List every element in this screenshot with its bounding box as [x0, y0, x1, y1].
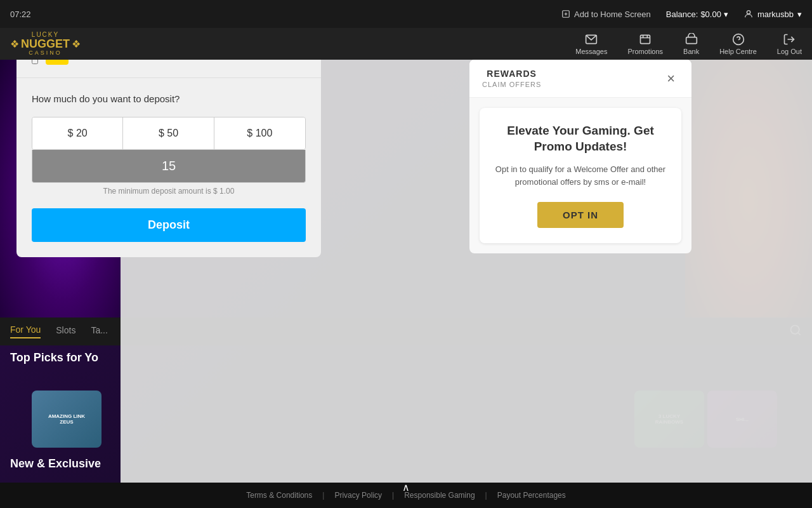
- amount-50-button[interactable]: $ 50: [123, 117, 214, 149]
- logo-casino: CASINO: [21, 50, 70, 57]
- svg-point-1: [747, 11, 750, 14]
- new-exclusive-title: New & Exclusive: [10, 457, 101, 471]
- tab-slots[interactable]: Slots: [56, 325, 75, 338]
- footer-payout[interactable]: Payout Percentages: [497, 491, 566, 500]
- nav-help-label: Help Centre: [719, 48, 757, 55]
- nav-messages[interactable]: Messages: [575, 33, 607, 55]
- nav-help[interactable]: Help Centre: [719, 33, 757, 55]
- balance-display: Balance: $0.00 ▾: [666, 10, 728, 19]
- topbar: 07:22 Add to Home Screen Balance: $0.00 …: [0, 0, 812, 28]
- rewards-tabs: REWARDS CLAIM OFFERS: [482, 69, 541, 88]
- deposit-modal: ‹ eT Interac ® How much do you want to d…: [16, 34, 321, 257]
- rewards-panel: REWARDS CLAIM OFFERS × Elevate Your Gami…: [469, 60, 691, 253]
- logo-lucky: LUCKY: [21, 31, 70, 38]
- footer-terms[interactable]: Terms & Conditions: [246, 491, 312, 500]
- nav-promotions-label: Promotions: [627, 48, 663, 55]
- promo-title: Elevate Your Gaming. Get Promo Updates!: [492, 123, 669, 154]
- username: markusbb: [757, 10, 794, 19]
- close-button[interactable]: ×: [663, 70, 679, 87]
- rewards-subtitle: CLAIM OFFERS: [482, 81, 541, 88]
- amount-input[interactable]: [48, 159, 290, 173]
- promo-card: Elevate Your Gaming. Get Promo Updates! …: [480, 108, 681, 243]
- svg-rect-4: [686, 37, 697, 43]
- balance-chevron: ▾: [724, 10, 728, 19]
- nav-logout[interactable]: Log Out: [777, 33, 802, 55]
- logo[interactable]: ❖ LUCKY NUGGET CASINO ❖: [10, 31, 81, 57]
- navbar: ❖ LUCKY NUGGET CASINO ❖ Messages Promoti…: [0, 28, 812, 60]
- nav-logout-label: Log Out: [777, 48, 802, 55]
- game-thumb-amazing-link[interactable]: AMAZING LINKZEUS: [32, 391, 102, 448]
- user-chevron: ▾: [797, 10, 802, 19]
- nav-bank[interactable]: Bank: [683, 33, 699, 55]
- deposit-question: How much do you want to deposit?: [32, 93, 306, 104]
- nav-bank-label: Bank: [683, 48, 699, 55]
- amount-input-wrapper: [32, 150, 306, 183]
- balance-value: $0.00: [700, 10, 721, 19]
- footer-responsible[interactable]: Responsible Gaming: [404, 491, 475, 500]
- scroll-up-button[interactable]: ∧: [402, 481, 410, 493]
- promo-description: Opt in to qualify for a Welcome Offer an…: [492, 163, 669, 188]
- svg-rect-3: [641, 35, 650, 43]
- add-home-button[interactable]: Add to Home Screen: [561, 10, 651, 19]
- min-deposit-note: The minimum deposit amount is $ 1.00: [32, 187, 306, 196]
- logo-nugget: NUGGET: [21, 38, 70, 51]
- footer-privacy[interactable]: Privacy Policy: [334, 491, 382, 500]
- rewards-title: REWARDS: [482, 69, 541, 79]
- amount-20-button[interactable]: $ 20: [32, 117, 123, 149]
- nav-messages-label: Messages: [575, 48, 607, 55]
- rewards-header: REWARDS CLAIM OFFERS ×: [469, 60, 691, 98]
- tab-for-you[interactable]: For You: [10, 324, 41, 338]
- add-home-label: Add to Home Screen: [574, 10, 651, 19]
- nav-icons: Messages Promotions Bank Help Centre Log…: [575, 33, 802, 55]
- nav-promotions[interactable]: Promotions: [627, 33, 663, 55]
- tab-other[interactable]: Ta...: [91, 325, 107, 338]
- time-display: 07:22: [10, 10, 31, 19]
- deposit-button[interactable]: Deposit: [32, 208, 306, 242]
- balance-label: Balance:: [666, 10, 698, 19]
- top-picks-title: Top Picks for Yo: [10, 351, 98, 364]
- modal-body: How much do you want to deposit? $ 20 $ …: [16, 78, 321, 257]
- opt-in-button[interactable]: OPT IN: [537, 202, 624, 228]
- user-menu[interactable]: markusbb ▾: [743, 9, 802, 19]
- amount-buttons: $ 20 $ 50 $ 100: [32, 117, 306, 150]
- amount-100-button[interactable]: $ 100: [214, 117, 305, 149]
